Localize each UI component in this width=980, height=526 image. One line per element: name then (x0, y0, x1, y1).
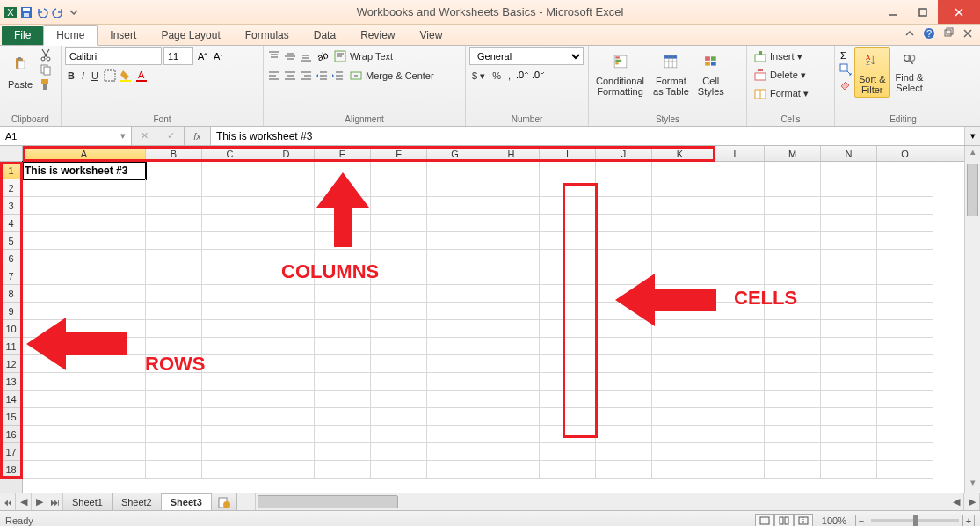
tab-insert[interactable]: Insert (98, 26, 149, 45)
insert-cells-button[interactable]: Insert ▾ (751, 47, 831, 65)
cell-G15[interactable] (427, 408, 483, 426)
cell-H9[interactable] (483, 303, 540, 320)
cell-L12[interactable] (708, 355, 765, 373)
cell-K15[interactable] (652, 408, 708, 426)
sheet-tab-sheet1[interactable]: Sheet1 (63, 493, 113, 510)
zoom-in-button[interactable]: + (962, 515, 975, 527)
cell-K14[interactable] (652, 391, 708, 408)
scroll-left-icon[interactable]: ◀ (948, 493, 964, 510)
align-center-icon[interactable] (283, 69, 297, 83)
cell-D2[interactable] (258, 179, 315, 197)
cell-B14[interactable] (146, 391, 202, 408)
cell-M3[interactable] (765, 197, 821, 215)
cell-D15[interactable] (258, 408, 315, 426)
cell-B13[interactable] (146, 373, 202, 391)
cell-O6[interactable] (877, 250, 933, 267)
cell-B1[interactable] (146, 162, 202, 179)
cell-C8[interactable] (202, 285, 258, 303)
comma-format-button[interactable]: , (505, 67, 513, 84)
cell-D9[interactable] (258, 303, 315, 320)
cell-B16[interactable] (146, 426, 202, 443)
decrease-decimal-icon[interactable]: .0 (531, 69, 545, 83)
cell-K2[interactable] (652, 179, 708, 197)
cell-H5[interactable] (483, 232, 540, 250)
cell-F1[interactable] (371, 162, 427, 179)
normal-view-button[interactable] (755, 514, 774, 527)
cell-M16[interactable] (765, 426, 821, 443)
cell-J4[interactable] (596, 215, 652, 232)
name-box[interactable]: ▾ (0, 127, 132, 145)
cell-F7[interactable] (371, 267, 427, 285)
sort-filter-button[interactable]: AZSort & Filter (854, 47, 890, 98)
cell-O15[interactable] (877, 408, 933, 426)
align-left-icon[interactable] (267, 69, 281, 83)
cell-D5[interactable] (258, 232, 315, 250)
delete-cells-button[interactable]: Delete ▾ (751, 66, 831, 84)
cell-E16[interactable] (315, 426, 371, 443)
border-icon[interactable] (103, 69, 117, 83)
cell-H7[interactable] (483, 267, 540, 285)
scroll-down-icon[interactable]: ▾ (965, 477, 980, 493)
wrap-text-button[interactable]: Wrap Text (330, 47, 396, 65)
cell-E17[interactable] (315, 443, 371, 461)
cell-H15[interactable] (483, 408, 540, 426)
cell-C4[interactable] (202, 215, 258, 232)
cell-F9[interactable] (371, 303, 427, 320)
cell-L11[interactable] (708, 338, 765, 355)
cell-H12[interactable] (483, 355, 540, 373)
cell-C9[interactable] (202, 303, 258, 320)
cell-L18[interactable] (708, 461, 765, 479)
cell-B18[interactable] (146, 461, 202, 479)
cell-M11[interactable] (765, 338, 821, 355)
cell-N16[interactable] (821, 426, 877, 443)
cell-N1[interactable] (821, 162, 877, 179)
cell-J17[interactable] (596, 443, 652, 461)
cell-N3[interactable] (821, 197, 877, 215)
scroll-up-icon[interactable]: ▴ (965, 146, 980, 162)
cell-I17[interactable] (540, 443, 596, 461)
cell-J13[interactable] (596, 373, 652, 391)
cell-J2[interactable] (596, 179, 652, 197)
cell-L2[interactable] (708, 179, 765, 197)
tab-view[interactable]: View (408, 26, 455, 45)
cell-G4[interactable] (427, 215, 483, 232)
cell-F11[interactable] (371, 338, 427, 355)
minimize-button[interactable] (878, 0, 908, 24)
cell-M7[interactable] (765, 267, 821, 285)
cell-C15[interactable] (202, 408, 258, 426)
cell-F12[interactable] (371, 355, 427, 373)
cell-A7[interactable] (23, 267, 146, 285)
cell-C6[interactable] (202, 250, 258, 267)
prev-sheet-icon[interactable]: ◀ (16, 493, 32, 510)
cell-C7[interactable] (202, 267, 258, 285)
find-select-button[interactable]: Find & Select (892, 47, 927, 95)
cell-C13[interactable] (202, 373, 258, 391)
select-all-corner[interactable] (0, 146, 23, 162)
cell-A2[interactable] (23, 179, 146, 197)
cell-B8[interactable] (146, 285, 202, 303)
cell-J3[interactable] (596, 197, 652, 215)
page-layout-view-button[interactable] (774, 514, 794, 527)
cell-A15[interactable] (23, 408, 146, 426)
align-bottom-icon[interactable] (299, 49, 313, 63)
cell-H1[interactable] (483, 162, 540, 179)
conditional-formatting-button[interactable]: Conditional Formatting (592, 47, 648, 99)
cell-N14[interactable] (821, 391, 877, 408)
cell-G14[interactable] (427, 391, 483, 408)
enter-formula-icon[interactable]: ✓ (167, 130, 175, 142)
format-cells-button[interactable]: Format ▾ (751, 84, 831, 102)
cell-G13[interactable] (427, 373, 483, 391)
cell-J16[interactable] (596, 426, 652, 443)
cell-A3[interactable] (23, 197, 146, 215)
cell-O8[interactable] (877, 285, 933, 303)
cell-F14[interactable] (371, 391, 427, 408)
cell-C16[interactable] (202, 426, 258, 443)
cell-D11[interactable] (258, 338, 315, 355)
cell-C1[interactable] (202, 162, 258, 179)
cell-A4[interactable] (23, 215, 146, 232)
cell-M17[interactable] (765, 443, 821, 461)
cell-N18[interactable] (821, 461, 877, 479)
cell-G18[interactable] (427, 461, 483, 479)
cell-O18[interactable] (877, 461, 933, 479)
cell-H16[interactable] (483, 426, 540, 443)
